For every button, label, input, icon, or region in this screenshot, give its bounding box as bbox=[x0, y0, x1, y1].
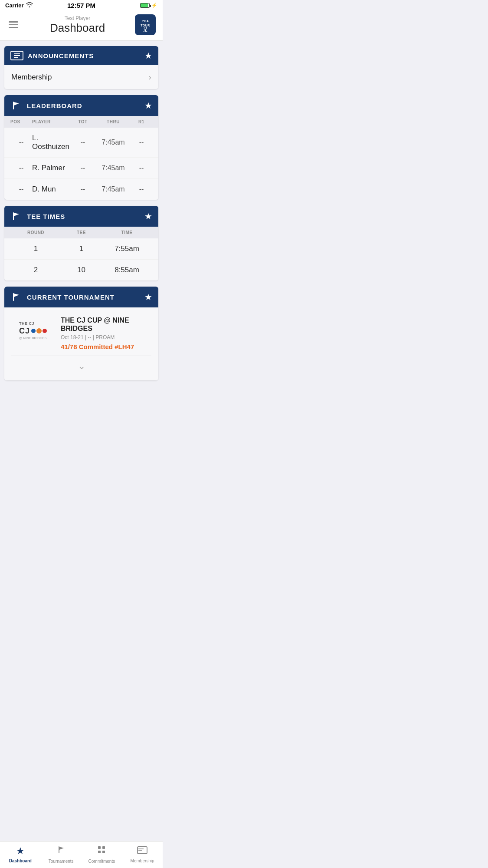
tee-row1-tee: 1 bbox=[59, 244, 104, 253]
leaderboard-row: -- L. Oosthuizen -- 7:45am -- bbox=[4, 128, 158, 158]
leaderboard-column-headers: POS PLAYER TOT THRU R1 bbox=[4, 116, 158, 128]
row1-player: L. Oosthuizen bbox=[32, 134, 70, 151]
chevron-down-container[interactable]: ⌄ bbox=[11, 356, 151, 373]
leaderboard-row: -- R. Palmer -- 7:45am -- bbox=[4, 158, 158, 179]
tee-col-time: TIME bbox=[104, 230, 150, 235]
row2-player: R. Palmer bbox=[32, 164, 70, 172]
pga-tour-logo: PGA TOUR bbox=[135, 14, 156, 35]
announcement-text: Membership bbox=[11, 73, 52, 82]
app-header: Test Player Dashboard PGA TOUR bbox=[0, 11, 163, 41]
tee-times-column-headers: ROUND TEE TIME bbox=[4, 227, 158, 238]
tournament-details: THE CJ CUP @ NINE BRIDGES Oct 18-21 | --… bbox=[61, 316, 151, 350]
row3-r1: -- bbox=[131, 185, 152, 193]
tournament-commit-status: 41/78 Committed #LH47 bbox=[61, 343, 151, 350]
announcement-item[interactable]: Membership › bbox=[4, 65, 158, 89]
announcements-title: ANNOUNCEMENTS bbox=[28, 52, 94, 59]
tee-times-flag-icon bbox=[10, 210, 23, 222]
tee-row2-time: 8:55am bbox=[104, 266, 150, 274]
svg-rect-12 bbox=[13, 293, 14, 301]
col-r1: R1 bbox=[131, 119, 152, 124]
leaderboard-row: -- D. Mun -- 7:45am -- bbox=[4, 179, 158, 200]
wifi-icon bbox=[26, 2, 33, 9]
row1-r1: -- bbox=[131, 139, 152, 146]
tee-col-round: ROUND bbox=[13, 230, 59, 235]
current-tournament-header: CURRENT TOURNAMENT ★ bbox=[4, 287, 158, 307]
status-bar: Carrier 12:57 PM ⚡ bbox=[0, 0, 163, 11]
current-tournament-title: CURRENT TOURNAMENT bbox=[27, 294, 115, 301]
row1-tot: -- bbox=[70, 139, 96, 146]
tournament-logo: THE CJ CJ @ NINE BRIDGES bbox=[11, 316, 55, 344]
tournament-star-button[interactable]: ★ bbox=[144, 292, 152, 302]
row3-thru: 7:45am bbox=[96, 185, 131, 193]
row3-player: D. Mun bbox=[32, 185, 70, 194]
row3-tot: -- bbox=[70, 185, 96, 193]
tee-col-tee: TEE bbox=[59, 230, 104, 235]
carrier-label: Carrier bbox=[5, 2, 24, 9]
col-tot: TOT bbox=[70, 119, 96, 124]
row3-pos: -- bbox=[10, 185, 32, 193]
tournament-flag-icon bbox=[10, 291, 23, 303]
page-title: Dashboard bbox=[50, 21, 105, 35]
svg-text:TOUR: TOUR bbox=[141, 24, 150, 27]
time-display: 12:57 PM bbox=[40, 2, 123, 9]
row2-r1: -- bbox=[131, 164, 152, 172]
leaderboard-star-button[interactable]: ★ bbox=[144, 100, 152, 111]
row1-thru: 7:45am bbox=[96, 139, 131, 146]
leaderboard-header: LEADERBOARD ★ bbox=[4, 95, 158, 116]
leaderboard-card: LEADERBOARD ★ POS PLAYER TOT THRU R1 -- … bbox=[4, 95, 158, 200]
tee-times-card: TEE TIMES ★ ROUND TEE TIME 1 1 7:55am 2 … bbox=[4, 206, 158, 281]
tee-times-star-button[interactable]: ★ bbox=[144, 211, 152, 221]
header-center: Test Player Dashboard bbox=[50, 15, 105, 35]
header-subtitle: Test Player bbox=[50, 15, 105, 21]
tee-row1-time: 7:55am bbox=[104, 244, 150, 253]
announcements-star-button[interactable]: ★ bbox=[144, 50, 152, 61]
col-pos: POS bbox=[10, 119, 32, 124]
menu-button[interactable] bbox=[7, 20, 20, 30]
chevron-down-icon: ⌄ bbox=[78, 360, 85, 372]
announcements-icon bbox=[10, 51, 23, 60]
leaderboard-flag-icon bbox=[10, 99, 23, 112]
battery-icon bbox=[140, 3, 150, 8]
col-player: PLAYER bbox=[32, 119, 70, 124]
tournament-name: THE CJ CUP @ NINE BRIDGES bbox=[61, 316, 151, 333]
tee-times-header: TEE TIMES ★ bbox=[4, 206, 158, 227]
tee-row: 1 1 7:55am bbox=[4, 238, 158, 260]
tee-row: 2 10 8:55am bbox=[4, 260, 158, 281]
row2-tot: -- bbox=[70, 164, 96, 172]
tournament-content: THE CJ CJ @ NINE BRIDGES THE bbox=[4, 307, 158, 380]
svg-rect-11 bbox=[13, 212, 14, 220]
row1-pos: -- bbox=[10, 139, 32, 146]
svg-text:PGA: PGA bbox=[142, 20, 149, 23]
leaderboard-title: LEADERBOARD bbox=[27, 102, 82, 109]
announcements-card: ANNOUNCEMENTS ★ Membership › bbox=[4, 46, 158, 89]
tee-times-title: TEE TIMES bbox=[27, 213, 65, 220]
tournament-meta: Oct 18-21 | -- | PROAM bbox=[61, 334, 151, 340]
row2-thru: 7:45am bbox=[96, 164, 131, 172]
col-thru: THRU bbox=[96, 119, 131, 124]
announcements-header: ANNOUNCEMENTS ★ bbox=[4, 46, 158, 65]
charging-icon: ⚡ bbox=[151, 3, 157, 8]
tee-row2-tee: 10 bbox=[59, 266, 104, 274]
chevron-right-icon: › bbox=[148, 72, 151, 82]
row2-pos: -- bbox=[10, 164, 32, 172]
svg-rect-10 bbox=[13, 102, 14, 109]
current-tournament-card: CURRENT TOURNAMENT ★ THE CJ CJ bbox=[4, 287, 158, 380]
tee-row1-round: 1 bbox=[13, 244, 59, 253]
tee-row2-round: 2 bbox=[13, 266, 59, 274]
